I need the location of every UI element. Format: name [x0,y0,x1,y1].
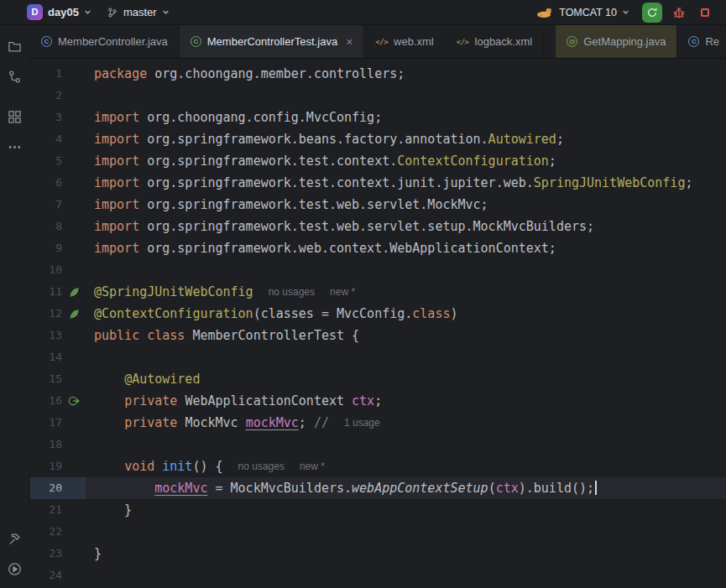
line-number[interactable]: 12 [30,303,62,325]
line-number[interactable]: 17 [30,412,62,434]
gutter[interactable]: 11 [30,281,86,303]
code-text: mockMvc = MockMvcBuilders.webAppContextS… [86,477,597,499]
line-number[interactable]: 7 [30,194,62,216]
gutter[interactable]: 6 [30,172,86,194]
gutter[interactable]: 15 [30,368,86,390]
code-line-23[interactable]: 23} [30,543,726,565]
code-line-19[interactable]: 19 void init() {no usagesnew * [30,455,726,477]
code-line-3[interactable]: 3import org.choongang.config.MvcConfig; [30,107,726,128]
code-line-4[interactable]: 4import org.springframework.beans.factor… [30,128,726,150]
line-number[interactable]: 14 [30,346,62,368]
code-text [86,565,94,586]
gutter[interactable]: 12 [30,303,86,325]
gutter[interactable]: 9 [30,237,86,259]
code-line-24[interactable]: 24 [30,565,726,586]
spring-leaf-icon[interactable] [62,303,86,325]
spring-bean-icon[interactable] [62,390,86,412]
gutter[interactable]: 7 [30,194,86,216]
line-number[interactable]: 10 [30,259,62,281]
gutter[interactable]: 22 [30,521,86,543]
code-line-5[interactable]: 5import org.springframework.test.context… [30,150,726,172]
gutter[interactable]: 2 [30,85,86,107]
tab-membercontrollertest-java[interactable]: CMemberControllerTest.java× [180,25,365,58]
code-line-2[interactable]: 2 [30,85,726,107]
sidebar-item-services[interactable] [6,559,24,578]
line-number[interactable]: 16 [30,390,62,412]
sidebar-item-project[interactable] [6,37,24,55]
gutter[interactable]: 18 [30,434,86,455]
gutter[interactable]: 1 [30,63,86,85]
line-number[interactable]: 24 [30,565,62,586]
gutter[interactable]: 17 [30,412,86,434]
tab-re[interactable]: CRe [677,25,726,58]
code-line-20[interactable]: 20 mockMvc = MockMvcBuilders.webAppConte… [30,477,726,499]
line-number[interactable]: 15 [30,368,62,390]
gutter[interactable]: 16 [30,390,86,412]
code-line-22[interactable]: 22 [30,521,726,543]
sidebar-item-vcs[interactable] [6,67,24,86]
gutter[interactable]: 24 [30,565,86,586]
sidebar-item-build[interactable] [6,529,24,548]
line-number[interactable]: 19 [30,455,62,477]
code-line-12[interactable]: 12@ContextConfiguration(classes = MvcCon… [30,303,726,325]
code-text [86,521,94,543]
line-number[interactable]: 9 [30,237,62,259]
editor[interactable]: 1package org.choongang.member.controller… [30,59,726,588]
gutter[interactable]: 10 [30,259,86,281]
line-number[interactable]: 20 [30,477,62,499]
tab-web-xml[interactable]: </>web.xml [364,25,445,58]
code-line-21[interactable]: 21 } [30,499,726,521]
code-line-1[interactable]: 1package org.choongang.member.controller… [30,63,726,85]
sidebar-item-more[interactable] [6,138,24,156]
stop-button[interactable] [696,3,714,22]
tab-membercontroller-java[interactable]: CMemberController.java [30,25,180,58]
tab-label: web.xml [394,35,434,48]
line-number[interactable]: 21 [30,499,62,521]
line-number[interactable]: 6 [30,172,62,194]
code-line-6[interactable]: 6import org.springframework.test.context… [30,172,726,194]
tab-logback-xml[interactable]: </>logback.xml [446,25,544,58]
close-icon[interactable]: × [346,36,353,48]
line-number[interactable]: 11 [30,281,62,303]
gutter[interactable]: 21 [30,499,86,521]
gutter[interactable]: 14 [30,346,86,368]
line-number[interactable]: 2 [30,85,62,107]
gutter[interactable]: 13 [30,325,86,346]
code-line-16[interactable]: 16 private WebApplicationContext ctx; [30,390,726,412]
line-number[interactable]: 13 [30,325,62,346]
gutter[interactable]: 8 [30,216,86,237]
gutter[interactable]: 19 [30,455,86,477]
line-number[interactable]: 5 [30,150,62,172]
code-line-18[interactable]: 18 [30,434,726,455]
tab-getmapping-java[interactable]: @GetMapping.java [556,25,677,58]
line-number[interactable]: 18 [30,434,62,455]
code-line-13[interactable]: 13public class MemberControllerTest { [30,325,726,346]
sidebar-item-structure[interactable] [6,107,24,126]
code-line-11[interactable]: 11@SpringJUnitWebConfigno usagesnew * [30,281,726,303]
code-line-10[interactable]: 10 [30,259,726,281]
line-number[interactable]: 4 [30,128,62,150]
line-number[interactable]: 8 [30,216,62,237]
gutter[interactable]: 3 [30,107,86,128]
gutter[interactable]: 4 [30,128,86,150]
code-line-7[interactable]: 7import org.springframework.test.web.ser… [30,194,726,216]
tab-label: GetMapping.java [583,35,666,48]
code-line-15[interactable]: 15 @Autowired [30,368,726,390]
code-line-14[interactable]: 14 [30,346,726,368]
line-number[interactable]: 3 [30,107,62,128]
vcs-branch-widget[interactable]: master [102,3,175,21]
code-line-8[interactable]: 8import org.springframework.test.web.ser… [30,216,726,237]
line-number[interactable]: 23 [30,543,62,565]
debug-button[interactable] [670,3,688,22]
gutter[interactable]: 23 [30,543,86,565]
run-configuration-selector[interactable]: TOMCAT 10 [531,4,635,21]
gutter[interactable]: 5 [30,150,86,172]
code-line-9[interactable]: 9import org.springframework.web.context.… [30,237,726,259]
line-number[interactable]: 22 [30,521,62,543]
rerun-button[interactable] [642,3,662,23]
gutter[interactable]: 20 [30,477,86,499]
line-number[interactable]: 1 [30,63,62,85]
spring-leaf-icon[interactable] [62,281,86,303]
code-line-17[interactable]: 17 private MockMvc mockMvc; //1 usage [30,412,726,434]
project-widget[interactable]: D day05 [22,2,97,23]
